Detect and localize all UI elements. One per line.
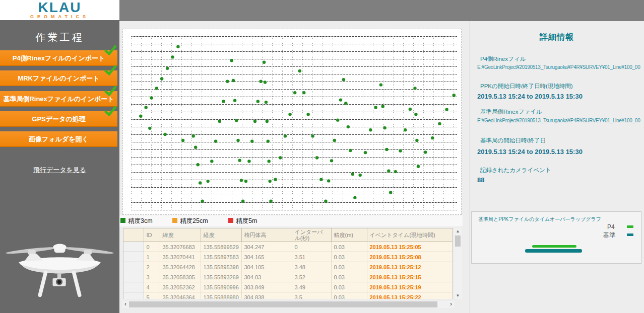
table-header[interactable]: ID xyxy=(144,228,160,242)
table-row[interactable]: 335.32058305135.55893269304.033.520.0320… xyxy=(123,272,453,282)
table-row[interactable]: 435.32052362135.55890996303.8493.490.032… xyxy=(123,282,453,292)
table-cell: 135.55895398 xyxy=(201,262,241,272)
gps-point xyxy=(298,69,301,72)
workflow-button-2[interactable]: MRKファイルのインポート xyxy=(0,70,117,86)
detail-value-2: E:¥GeoLinkProject¥20190513_Tsurugaoka¥P4… xyxy=(477,118,640,123)
row-selector[interactable] xyxy=(123,262,144,272)
table-row[interactable]: 135.32070441135.55897583304.1653.510.032… xyxy=(123,252,453,262)
gps-point xyxy=(230,59,233,62)
table-cell: 0.03 xyxy=(331,262,367,272)
gps-point xyxy=(424,150,427,153)
gps-point xyxy=(374,106,377,109)
table-cell: 4 xyxy=(144,282,160,292)
gps-point xyxy=(259,80,262,83)
gps-point xyxy=(404,128,407,131)
row-selector[interactable] xyxy=(123,252,144,262)
row-selector[interactable] xyxy=(123,292,144,299)
legend-item: 精度25cm xyxy=(172,217,208,225)
table-cell: 304.105 xyxy=(241,262,292,272)
scroll-up-icon[interactable]: ▲ xyxy=(454,228,462,234)
table-header[interactable]: 精度(m) xyxy=(331,228,367,242)
overlap-bar-p4 xyxy=(532,245,576,248)
gps-point xyxy=(226,80,229,83)
gps-point xyxy=(267,140,270,143)
gps-point xyxy=(327,179,330,182)
table-cell: 3 xyxy=(144,272,160,282)
gps-point xyxy=(288,113,291,116)
detail-value-0: E:¥GeoLinkProject¥20190513_Tsurugaoka¥P4… xyxy=(477,64,640,70)
table-vertical-scrollbar[interactable]: ▲ ▼ xyxy=(454,228,462,299)
table-header[interactable]: 緯度 xyxy=(160,228,201,242)
workflow-button-5[interactable]: 画像フォルダを開く xyxy=(0,131,117,147)
gps-point xyxy=(235,119,238,122)
events-table: ID緯度経度楕円体高インターバル(秒)精度(m)イベントタイム(現地時間) 03… xyxy=(123,228,453,299)
gps-point xyxy=(311,134,314,137)
gps-point xyxy=(240,179,243,182)
gps-point xyxy=(324,200,327,203)
table-horizontal-scrollbar[interactable]: ‹ › xyxy=(122,301,455,308)
table-header[interactable]: インターバル(秒) xyxy=(292,228,331,242)
workflow-button-4[interactable]: GPSデータの処理 xyxy=(0,111,117,127)
table-cell: 0.03 xyxy=(331,252,367,262)
table-row[interactable]: 035.32076683135.55899529304.24700.032019… xyxy=(123,242,453,252)
gps-point xyxy=(171,55,174,58)
gps-point xyxy=(379,83,382,86)
check-icon xyxy=(104,86,116,97)
vscroll-thumb[interactable] xyxy=(455,236,461,247)
legend-swatch xyxy=(228,218,233,223)
gps-point xyxy=(256,100,260,103)
overlap-legend-label: 基準 xyxy=(603,231,615,240)
gps-point xyxy=(166,67,169,70)
table-cell: 304.165 xyxy=(241,252,292,262)
detail-label-0: P4側Rinexフィル xyxy=(480,55,526,63)
detail-label-2: 基準局側Rinexファイル xyxy=(480,108,542,116)
hscroll-thumb[interactable] xyxy=(129,301,437,307)
row-selector[interactable] xyxy=(123,242,144,252)
gps-point xyxy=(342,78,345,81)
gps-point xyxy=(269,200,272,203)
gps-point xyxy=(306,113,309,116)
workflow-button-1[interactable]: P4側Rinexフィルのインポート xyxy=(0,50,117,66)
workflow-button-label: MRKファイルのインポート xyxy=(18,74,99,82)
gps-point xyxy=(413,87,416,90)
legend-item: 精度3cm xyxy=(120,217,153,225)
scroll-right-icon[interactable]: › xyxy=(447,301,455,308)
gps-point xyxy=(431,136,434,139)
events-table-wrap: ID緯度経度楕円体高インターバル(秒)精度(m)イベントタイム(現地時間) 03… xyxy=(123,228,453,299)
gps-point xyxy=(414,113,417,116)
gps-point xyxy=(160,77,163,80)
scroll-down-icon[interactable]: ▼ xyxy=(454,292,462,299)
table-header-selector xyxy=(123,228,144,242)
gps-point xyxy=(319,178,323,181)
workflow-button-3[interactable]: 基準局側Rinexファイルのインポート xyxy=(0,91,117,107)
flight-data-link-wrap: 飛行データを見る xyxy=(0,165,119,175)
row-selector[interactable] xyxy=(123,272,144,282)
gps-point xyxy=(333,139,336,142)
flight-data-link[interactable]: 飛行データを見る xyxy=(33,166,86,174)
row-selector[interactable] xyxy=(123,282,144,292)
table-cell: 2019.05.13 15:25:12 xyxy=(367,262,453,272)
table-header[interactable]: 楕円体高 xyxy=(241,228,292,242)
table-row[interactable]: 535.32046364135.55888980304.8383.50.0320… xyxy=(123,292,453,299)
gps-point xyxy=(364,151,367,154)
scroll-left-icon[interactable]: ‹ xyxy=(122,301,129,308)
check-icon xyxy=(104,106,116,117)
gps-point xyxy=(330,159,333,162)
table-cell: 3.51 xyxy=(292,252,331,262)
detail-value-3: 2019.5.13 15:24 to 2019.5.13 15:30 xyxy=(477,148,583,155)
detail-label-3: 基準局の開始日時/終了日 xyxy=(480,137,546,144)
table-cell: 2019.05.13 15:25:19 xyxy=(367,282,453,292)
table-row[interactable]: 235.32064428135.55895398304.1053.480.032… xyxy=(123,262,453,272)
gps-point xyxy=(201,200,204,203)
table-header[interactable]: 経度 xyxy=(201,228,241,242)
table-header[interactable]: イベントタイム(現地時間) xyxy=(367,228,453,242)
table-cell: 304.247 xyxy=(241,242,292,252)
legend-strip xyxy=(119,215,463,226)
gps-point xyxy=(241,200,244,203)
table-cell: 35.32076683 xyxy=(160,242,201,252)
gps-point xyxy=(453,94,456,97)
gps-point xyxy=(210,160,213,163)
gps-point xyxy=(387,170,390,173)
gps-point xyxy=(199,181,202,184)
gps-point xyxy=(148,127,151,130)
